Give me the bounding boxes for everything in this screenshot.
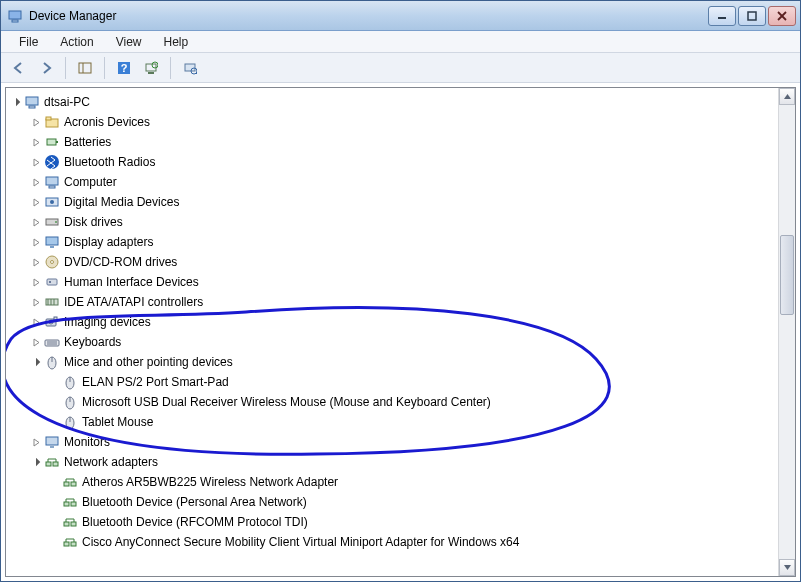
tree-device[interactable]: Bluetooth Device (RFCOMM Protocol TDI)	[10, 512, 778, 532]
tree-category[interactable]: Computer	[10, 172, 778, 192]
svg-rect-13	[185, 64, 195, 71]
show-hide-console-button[interactable]	[73, 56, 97, 80]
tree-device[interactable]: Tablet Mouse	[10, 412, 778, 432]
help-button[interactable]: ?	[112, 56, 136, 80]
expand-icon[interactable]	[30, 196, 42, 208]
collapse-icon[interactable]	[30, 356, 42, 368]
svg-rect-56	[53, 462, 58, 466]
collapse-icon[interactable]	[10, 96, 22, 108]
close-button[interactable]	[768, 6, 796, 26]
svg-rect-34	[49, 281, 51, 283]
back-button[interactable]	[7, 56, 31, 80]
expand-icon[interactable]	[30, 176, 42, 188]
expand-icon[interactable]	[30, 136, 42, 148]
svg-point-28	[55, 221, 57, 223]
disk-icon	[44, 214, 60, 230]
category-label: Keyboards	[64, 335, 121, 349]
tree-device[interactable]: Cisco AnyConnect Secure Mobility Client …	[10, 532, 778, 552]
tree-category[interactable]: Digital Media Devices	[10, 192, 778, 212]
svg-rect-0	[9, 11, 21, 19]
device-label: Bluetooth Device (RFCOMM Protocol TDI)	[82, 515, 308, 529]
tree-device[interactable]: Atheros AR5BWB225 Wireless Network Adapt…	[10, 472, 778, 492]
tree-category[interactable]: Imaging devices	[10, 312, 778, 332]
media-icon	[44, 194, 60, 210]
ide-icon	[44, 294, 60, 310]
svg-rect-54	[50, 446, 54, 448]
svg-rect-3	[748, 12, 756, 20]
forward-button[interactable]	[34, 56, 58, 80]
svg-rect-71	[71, 522, 76, 526]
mouse-icon	[62, 414, 78, 430]
scroll-track[interactable]	[779, 105, 795, 559]
tree-category[interactable]: Display adapters	[10, 232, 778, 252]
tree-category[interactable]: Monitors	[10, 432, 778, 452]
scan-hardware-button[interactable]	[139, 56, 163, 80]
tree-category[interactable]: Human Interface Devices	[10, 272, 778, 292]
category-label: Computer	[64, 175, 117, 189]
tree-device[interactable]: Bluetooth Device (Personal Area Network)	[10, 492, 778, 512]
category-label: Disk drives	[64, 215, 123, 229]
tree-category[interactable]: Keyboards	[10, 332, 778, 352]
network-icon	[62, 534, 78, 550]
tree-device[interactable]: ELAN PS/2 Port Smart-Pad	[10, 372, 778, 392]
properties-button[interactable]	[178, 56, 202, 80]
svg-rect-16	[26, 97, 38, 105]
menu-action[interactable]: Action	[50, 33, 103, 51]
expand-icon[interactable]	[30, 436, 42, 448]
device-manager-window: Device Manager File Action View Help ? d…	[0, 0, 801, 582]
expand-icon[interactable]	[30, 216, 42, 228]
svg-rect-24	[49, 186, 55, 188]
device-tree[interactable]: dtsai-PCAcronis DevicesBatteriesBluetoot…	[6, 88, 778, 576]
expand-icon[interactable]	[30, 156, 42, 168]
tree-category[interactable]: Bluetooth Radios	[10, 152, 778, 172]
tree-device[interactable]: Microsoft USB Dual Receiver Wireless Mou…	[10, 392, 778, 412]
vertical-scrollbar[interactable]	[778, 88, 795, 576]
svg-rect-1	[12, 20, 18, 22]
tree-category[interactable]: Mice and other pointing devices	[10, 352, 778, 372]
expand-icon[interactable]	[30, 296, 42, 308]
expand-icon[interactable]	[30, 276, 42, 288]
menu-help[interactable]: Help	[154, 33, 199, 51]
tree-category[interactable]: IDE ATA/ATAPI controllers	[10, 292, 778, 312]
tree-category[interactable]: Network adapters	[10, 452, 778, 472]
minimize-button[interactable]	[708, 6, 736, 26]
menu-view[interactable]: View	[106, 33, 152, 51]
tree-category[interactable]: Batteries	[10, 132, 778, 152]
svg-rect-76	[71, 542, 76, 546]
network-icon	[62, 474, 78, 490]
tree-category[interactable]: Acronis Devices	[10, 112, 778, 132]
svg-rect-30	[50, 246, 54, 248]
device-label: Bluetooth Device (Personal Area Network)	[82, 495, 307, 509]
scroll-up-button[interactable]	[779, 88, 795, 105]
menu-file[interactable]: File	[9, 33, 48, 51]
tree-category[interactable]: DVD/CD-ROM drives	[10, 252, 778, 272]
dvd-icon	[44, 254, 60, 270]
svg-rect-60	[64, 482, 69, 486]
category-label: Bluetooth Radios	[64, 155, 155, 169]
root-label: dtsai-PC	[44, 95, 90, 109]
svg-rect-42	[45, 340, 59, 346]
tree-root[interactable]: dtsai-PC	[10, 92, 778, 112]
maximize-button[interactable]	[738, 6, 766, 26]
tree-category[interactable]: Disk drives	[10, 212, 778, 232]
expand-icon[interactable]	[30, 316, 42, 328]
expand-icon[interactable]	[30, 236, 42, 248]
svg-rect-6	[79, 63, 91, 73]
monitor-icon	[44, 434, 60, 450]
battery-icon	[44, 134, 60, 150]
network-icon	[62, 514, 78, 530]
svg-rect-23	[46, 177, 58, 185]
expand-icon[interactable]	[30, 256, 42, 268]
app-icon	[7, 8, 23, 24]
collapse-icon[interactable]	[30, 456, 42, 468]
category-label: Batteries	[64, 135, 111, 149]
content-area: dtsai-PCAcronis DevicesBatteriesBluetoot…	[5, 87, 796, 577]
scroll-thumb[interactable]	[780, 235, 794, 315]
scroll-down-button[interactable]	[779, 559, 795, 576]
device-label: Tablet Mouse	[82, 415, 153, 429]
expand-icon[interactable]	[30, 116, 42, 128]
svg-rect-29	[46, 237, 58, 245]
svg-rect-11	[148, 72, 154, 74]
expand-icon[interactable]	[30, 336, 42, 348]
keyboard-icon	[44, 334, 60, 350]
